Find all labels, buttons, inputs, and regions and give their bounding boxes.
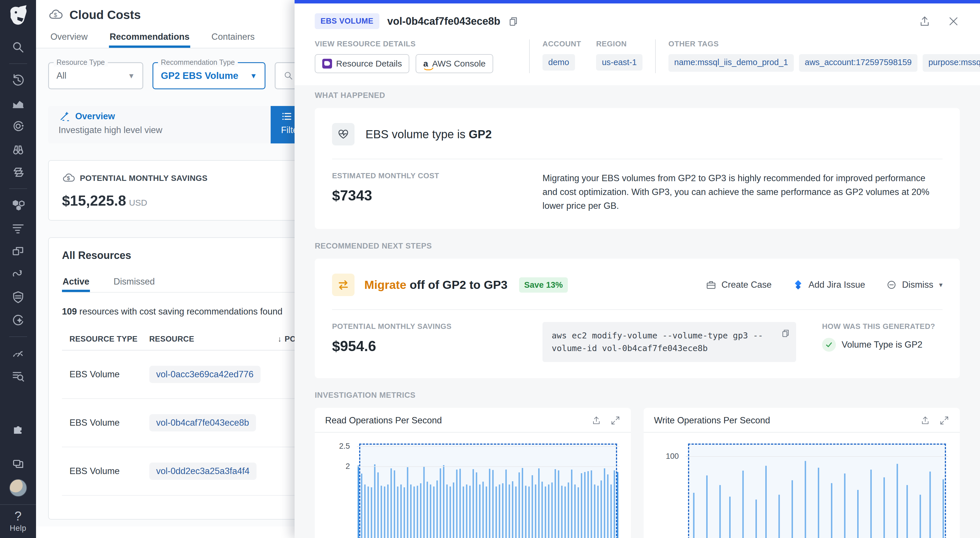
quality-icon[interactable] <box>11 313 25 328</box>
how-generated-label: HOW WAS THIS GENERATED? <box>822 322 943 331</box>
chart-plot-area[interactable]: cond2.52 <box>325 435 620 538</box>
export-icon[interactable] <box>591 415 601 426</box>
resource-link[interactable]: vol-0b4caf7fe043ece8b <box>149 414 256 432</box>
tab-overview[interactable]: Overview <box>50 28 88 48</box>
expand-icon[interactable] <box>610 415 620 426</box>
view-resource-details-label: VIEW RESOURCE DETAILS <box>315 40 517 48</box>
account-label: ACCOUNT <box>542 40 581 48</box>
integrations-icon[interactable] <box>11 422 25 437</box>
layers-icon[interactable] <box>11 165 25 180</box>
next-steps-card: Migrate off of GP2 to GP3 Save 13% Creat… <box>315 259 960 378</box>
user-avatar[interactable] <box>9 479 27 497</box>
y-tick-label: 2.5 <box>327 442 350 451</box>
cloud-dollar-icon: $ <box>62 171 75 185</box>
workspaces-icon[interactable] <box>11 457 25 471</box>
infrastructure-icon[interactable] <box>11 198 25 213</box>
help-block[interactable]: ? Help <box>0 504 36 533</box>
svg-text:$: $ <box>67 175 70 181</box>
tag-pill[interactable]: purpose:mssql... <box>923 54 980 72</box>
divider <box>332 159 943 159</box>
search-icon[interactable] <box>11 40 25 55</box>
tab-active[interactable]: Active <box>62 275 90 292</box>
copy-icon[interactable] <box>506 15 519 28</box>
tag-pill[interactable]: aws_account:172597598159 <box>799 54 918 72</box>
add-jira-issue-button[interactable]: Add Jira Issue <box>792 279 865 290</box>
expand-icon[interactable] <box>939 415 950 426</box>
divider <box>332 309 943 310</box>
recommendation-type-select[interactable]: Recommendation Type GP2 EBS Volume ▼ <box>153 62 266 89</box>
resource-link[interactable]: vol-0dd2ec3a25a3fa4f4 <box>149 463 256 480</box>
apm-icon[interactable] <box>11 267 25 282</box>
column-header-resource-type[interactable]: RESOURCE TYPE <box>62 330 149 350</box>
savings-value: $15,225.8USD <box>62 192 295 209</box>
view-resource-details-group: VIEW RESOURCE DETAILS Resource Details a… <box>315 40 517 73</box>
metrics-icon[interactable] <box>11 95 25 111</box>
migrate-title: Migrate off of GP2 to GP3 <box>364 278 508 292</box>
copy-icon[interactable] <box>780 328 790 339</box>
close-icon[interactable] <box>947 15 960 28</box>
resource-type-value: All <box>56 71 123 81</box>
apps-icon[interactable] <box>11 244 25 259</box>
column-header-resource[interactable]: RESOURCE <box>149 330 278 350</box>
dismiss-icon <box>886 279 897 290</box>
time-selection-box[interactable] <box>359 444 617 538</box>
write-ops-chart-card: Write Operations Per Second cond100 <box>644 408 960 538</box>
resource-type-cell: EBS Volume <box>62 447 149 495</box>
help-icon: ? <box>14 509 21 523</box>
savings-label: POTENTIAL MONTHLY SAVINGS <box>80 174 208 183</box>
export-icon[interactable] <box>918 15 931 28</box>
history-icon[interactable] <box>11 73 25 87</box>
chart-y-axis: cond2.52 <box>325 435 354 538</box>
panel-body: WHAT HAPPENED EBS volume type is GP2 EST… <box>294 85 980 538</box>
chart-title: Read Operations Per Second <box>325 415 442 426</box>
export-icon[interactable] <box>920 415 931 426</box>
cli-command: aws ec2 modify-volume --volume-type gp3 … <box>552 331 763 353</box>
what-happened-label: WHAT HAPPENED <box>315 91 960 100</box>
sidebar-divider <box>9 188 27 189</box>
migrate-icon-box <box>332 274 355 296</box>
chart-plot-area[interactable]: cond100 <box>654 435 950 538</box>
svg-text:$: $ <box>54 11 57 18</box>
all-resources-title: All Resources <box>62 249 309 262</box>
tab-dismissed[interactable]: Dismissed <box>113 275 155 292</box>
potential-savings-value: $954.6 <box>332 338 517 354</box>
region-tag[interactable]: us-east-1 <box>596 54 643 71</box>
estimated-cost-value: $7343 <box>332 187 517 204</box>
audit-icon[interactable] <box>11 369 25 384</box>
account-tag[interactable]: demo <box>542 54 575 71</box>
toggle-overview-label: Overview <box>75 111 115 122</box>
recommendation-type-value: GP2 EBS Volume <box>161 70 245 81</box>
case-icon <box>705 279 717 290</box>
sidebar-divider <box>9 63 27 64</box>
binoculars-icon[interactable] <box>11 142 25 157</box>
tag-pill[interactable]: name:mssql_iis_demo_prod_1 <box>668 54 794 72</box>
what-happened-title: EBS volume type is GP2 <box>366 128 492 141</box>
watchdog-icon[interactable] <box>11 119 25 133</box>
sidebar-nav <box>9 40 27 384</box>
tab-recommendations[interactable]: Recommendations <box>109 28 190 48</box>
aws-console-button[interactable]: a AWS Console <box>416 54 493 73</box>
tab-containers[interactable]: Containers <box>211 28 255 48</box>
resource-type-badge: EBS VOLUME <box>315 13 379 29</box>
time-selection-box[interactable] <box>688 444 946 538</box>
gauge-icon[interactable] <box>11 346 25 360</box>
datadog-logo-icon[interactable] <box>6 4 30 28</box>
investigation-charts: Read Operations Per Second cond2.52 <box>315 408 960 538</box>
dismiss-button[interactable]: Dismiss ▾ <box>886 279 943 290</box>
how-generated-group: HOW WAS THIS GENERATED? Volume Type is G… <box>822 322 943 352</box>
left-nav-sidebar: ? Help <box>0 0 36 538</box>
toggle-overview[interactable]: Overview Investigate high level view <box>48 106 270 143</box>
next-steps-label: RECOMMENDED NEXT STEPS <box>315 242 960 251</box>
logs-icon[interactable] <box>11 221 25 236</box>
estimated-cost-label: ESTIMATED MONTHLY COST <box>332 171 517 180</box>
search-icon <box>283 70 294 81</box>
resource-link[interactable]: vol-0acc3e69ca42ed776 <box>149 366 261 383</box>
resource-details-button[interactable]: Resource Details <box>315 54 409 73</box>
resource-type-select[interactable]: Resource Type All ▼ <box>48 62 143 89</box>
security-icon[interactable] <box>11 290 25 305</box>
gridline <box>686 456 948 457</box>
create-case-button[interactable]: Create Case <box>705 279 772 290</box>
resource-detail-panel: EBS VOLUME vol-0b4caf7fe043ece8b VIEW RE… <box>294 0 980 538</box>
read-ops-chart-card: Read Operations Per Second cond2.52 <box>315 408 631 538</box>
panel-accent-bar <box>294 0 980 3</box>
